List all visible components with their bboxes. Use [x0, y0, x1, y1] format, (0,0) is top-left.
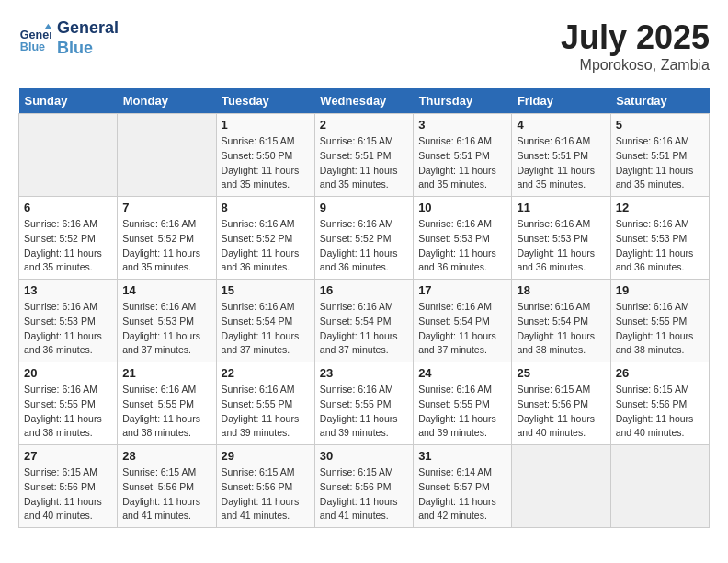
day-info: Sunrise: 6:16 AM Sunset: 5:55 PM Dayligh… — [222, 383, 310, 441]
calendar-cell: 3Sunrise: 6:16 AM Sunset: 5:51 PM Daylig… — [414, 114, 512, 197]
calendar-cell: 9Sunrise: 6:16 AM Sunset: 5:52 PM Daylig… — [314, 197, 413, 280]
day-number: 11 — [517, 201, 605, 214]
day-number: 4 — [517, 118, 605, 132]
calendar-cell: 17Sunrise: 6:16 AM Sunset: 5:54 PM Dayli… — [414, 280, 512, 362]
day-info: Sunrise: 6:16 AM Sunset: 5:53 PM Dayligh… — [517, 217, 605, 275]
calendar-title: July 2025 — [561, 18, 710, 57]
calendar-cell — [610, 445, 709, 528]
calendar-cell: 10Sunrise: 6:16 AM Sunset: 5:53 PM Dayli… — [414, 197, 512, 280]
day-info: Sunrise: 6:16 AM Sunset: 5:55 PM Dayligh… — [24, 383, 112, 441]
day-number: 21 — [122, 366, 210, 380]
day-info: Sunrise: 6:16 AM Sunset: 5:55 PM Dayligh… — [122, 383, 210, 441]
day-number: 24 — [418, 366, 506, 380]
day-info: Sunrise: 6:16 AM Sunset: 5:54 PM Dayligh… — [320, 300, 408, 358]
day-info: Sunrise: 6:16 AM Sunset: 5:52 PM Dayligh… — [320, 217, 408, 275]
day-number: 30 — [320, 449, 408, 463]
day-info: Sunrise: 6:16 AM Sunset: 5:54 PM Dayligh… — [222, 300, 310, 358]
day-of-week-header: Thursday — [414, 88, 512, 114]
calendar-cell: 12Sunrise: 6:16 AM Sunset: 5:53 PM Dayli… — [610, 197, 709, 280]
calendar-week-row: 13Sunrise: 6:16 AM Sunset: 5:53 PM Dayli… — [19, 280, 710, 362]
calendar-subtitle: Mporokoso, Zambia — [561, 57, 710, 74]
day-info: Sunrise: 6:16 AM Sunset: 5:51 PM Dayligh… — [616, 134, 704, 192]
calendar-cell: 30Sunrise: 6:15 AM Sunset: 5:56 PM Dayli… — [314, 445, 413, 528]
day-number: 19 — [616, 283, 704, 297]
day-info: Sunrise: 6:15 AM Sunset: 5:56 PM Dayligh… — [616, 383, 704, 441]
calendar-cell: 23Sunrise: 6:16 AM Sunset: 5:55 PM Dayli… — [314, 362, 413, 445]
day-of-week-header: Sunday — [19, 88, 118, 114]
day-info: Sunrise: 6:16 AM Sunset: 5:52 PM Dayligh… — [122, 217, 210, 275]
calendar-cell: 13Sunrise: 6:16 AM Sunset: 5:53 PM Dayli… — [19, 280, 118, 362]
day-number: 14 — [122, 283, 210, 297]
day-of-week-header: Friday — [512, 88, 610, 114]
calendar-week-row: 6Sunrise: 6:16 AM Sunset: 5:52 PM Daylig… — [19, 197, 710, 280]
day-info: Sunrise: 6:16 AM Sunset: 5:53 PM Dayligh… — [24, 300, 112, 358]
calendar-cell: 15Sunrise: 6:16 AM Sunset: 5:54 PM Dayli… — [216, 280, 314, 362]
svg-marker-2 — [45, 23, 51, 28]
day-number: 15 — [222, 283, 310, 297]
day-number: 22 — [222, 366, 310, 380]
day-number: 29 — [222, 449, 310, 463]
calendar-cell: 24Sunrise: 6:16 AM Sunset: 5:55 PM Dayli… — [414, 362, 512, 445]
day-number: 5 — [616, 118, 704, 132]
calendar-week-row: 27Sunrise: 6:15 AM Sunset: 5:56 PM Dayli… — [19, 445, 710, 528]
day-of-week-header: Saturday — [610, 88, 709, 114]
calendar-cell: 21Sunrise: 6:16 AM Sunset: 5:55 PM Dayli… — [118, 362, 216, 445]
day-number: 26 — [616, 366, 704, 380]
day-info: Sunrise: 6:15 AM Sunset: 5:56 PM Dayligh… — [24, 465, 112, 523]
calendar-cell — [512, 445, 610, 528]
day-info: Sunrise: 6:16 AM Sunset: 5:55 PM Dayligh… — [418, 383, 506, 441]
calendar-week-row: 20Sunrise: 6:16 AM Sunset: 5:55 PM Dayli… — [19, 362, 710, 445]
day-info: Sunrise: 6:16 AM Sunset: 5:53 PM Dayligh… — [122, 300, 210, 358]
day-number: 23 — [320, 366, 408, 380]
day-number: 7 — [122, 201, 210, 214]
calendar-cell: 1Sunrise: 6:15 AM Sunset: 5:50 PM Daylig… — [216, 114, 314, 197]
day-info: Sunrise: 6:16 AM Sunset: 5:53 PM Dayligh… — [616, 217, 704, 275]
calendar-cell: 14Sunrise: 6:16 AM Sunset: 5:53 PM Dayli… — [118, 280, 216, 362]
calendar-cell: 18Sunrise: 6:16 AM Sunset: 5:54 PM Dayli… — [512, 280, 610, 362]
day-of-week-header: Monday — [118, 88, 216, 114]
logo-icon: General Blue — [18, 22, 51, 55]
day-info: Sunrise: 6:14 AM Sunset: 5:57 PM Dayligh… — [418, 465, 506, 523]
calendar-cell: 2Sunrise: 6:15 AM Sunset: 5:51 PM Daylig… — [314, 114, 413, 197]
calendar-cell: 27Sunrise: 6:15 AM Sunset: 5:56 PM Dayli… — [19, 445, 118, 528]
calendar-cell: 29Sunrise: 6:15 AM Sunset: 5:56 PM Dayli… — [216, 445, 314, 528]
day-number: 31 — [418, 449, 506, 463]
days-header-row: SundayMondayTuesdayWednesdayThursdayFrid… — [19, 88, 710, 114]
calendar-cell: 26Sunrise: 6:15 AM Sunset: 5:56 PM Dayli… — [610, 362, 709, 445]
day-of-week-header: Wednesday — [314, 88, 413, 114]
day-info: Sunrise: 6:16 AM Sunset: 5:54 PM Dayligh… — [517, 300, 605, 358]
day-info: Sunrise: 6:15 AM Sunset: 5:56 PM Dayligh… — [517, 383, 605, 441]
day-number: 2 — [320, 118, 408, 132]
calendar-cell: 20Sunrise: 6:16 AM Sunset: 5:55 PM Dayli… — [19, 362, 118, 445]
calendar-cell: 4Sunrise: 6:16 AM Sunset: 5:51 PM Daylig… — [512, 114, 610, 197]
calendar-cell: 31Sunrise: 6:14 AM Sunset: 5:57 PM Dayli… — [414, 445, 512, 528]
day-info: Sunrise: 6:15 AM Sunset: 5:50 PM Dayligh… — [222, 134, 310, 192]
calendar-cell: 16Sunrise: 6:16 AM Sunset: 5:54 PM Dayli… — [314, 280, 413, 362]
day-number: 18 — [517, 283, 605, 297]
day-info: Sunrise: 6:15 AM Sunset: 5:51 PM Dayligh… — [320, 134, 408, 192]
calendar-cell: 7Sunrise: 6:16 AM Sunset: 5:52 PM Daylig… — [118, 197, 216, 280]
calendar-cell — [19, 114, 118, 197]
calendar-cell: 11Sunrise: 6:16 AM Sunset: 5:53 PM Dayli… — [512, 197, 610, 280]
calendar-table: SundayMondayTuesdayWednesdayThursdayFrid… — [18, 88, 710, 528]
day-number: 9 — [320, 201, 408, 214]
day-info: Sunrise: 6:16 AM Sunset: 5:52 PM Dayligh… — [24, 217, 112, 275]
day-info: Sunrise: 6:15 AM Sunset: 5:56 PM Dayligh… — [320, 465, 408, 523]
calendar-cell: 5Sunrise: 6:16 AM Sunset: 5:51 PM Daylig… — [610, 114, 709, 197]
calendar-cell — [118, 114, 216, 197]
day-number: 13 — [24, 283, 112, 297]
day-number: 16 — [320, 283, 408, 297]
day-info: Sunrise: 6:16 AM Sunset: 5:52 PM Dayligh… — [222, 217, 310, 275]
day-number: 6 — [24, 201, 112, 214]
logo-text: GeneralBlue — [57, 18, 119, 58]
day-info: Sunrise: 6:16 AM Sunset: 5:51 PM Dayligh… — [517, 134, 605, 192]
day-info: Sunrise: 6:16 AM Sunset: 5:51 PM Dayligh… — [418, 134, 506, 192]
day-number: 1 — [222, 118, 310, 132]
calendar-cell: 6Sunrise: 6:16 AM Sunset: 5:52 PM Daylig… — [19, 197, 118, 280]
calendar-cell: 25Sunrise: 6:15 AM Sunset: 5:56 PM Dayli… — [512, 362, 610, 445]
title-block: July 2025 Mporokoso, Zambia — [561, 18, 710, 74]
day-of-week-header: Tuesday — [216, 88, 314, 114]
day-number: 17 — [418, 283, 506, 297]
day-info: Sunrise: 6:15 AM Sunset: 5:56 PM Dayligh… — [122, 465, 210, 523]
day-number: 10 — [418, 201, 506, 214]
